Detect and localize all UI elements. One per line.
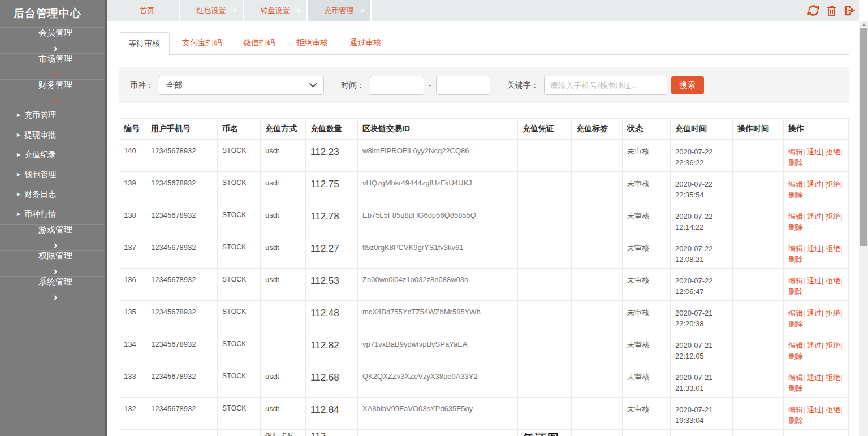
currency-select[interactable]: 全部 (159, 76, 324, 95)
chevron-down-icon (309, 83, 317, 88)
action-reject-link[interactable]: 拒绝 (826, 244, 840, 253)
scrollbar[interactable] (859, 21, 868, 436)
sidebar-subitem-label: 充币管理 (24, 110, 56, 120)
action-edit-link[interactable]: 编辑 (788, 277, 803, 285)
action-reject-link[interactable]: 拒绝 (826, 373, 840, 382)
refresh-icon[interactable] (806, 4, 820, 18)
sidebar-item-coin-market[interactable]: ▶币种行情 (0, 204, 105, 224)
action-delete-link[interactable]: 删除 (788, 416, 803, 425)
action-delete-link[interactable]: 删除 (788, 255, 803, 264)
action-edit-link[interactable]: 编辑 (788, 212, 803, 221)
sidebar-item-finance-logs[interactable]: ▶财务日志 (0, 184, 105, 204)
action-edit-link[interactable]: 编辑 (788, 373, 803, 382)
time-to-input[interactable] (436, 76, 490, 95)
action-edit-link[interactable]: 编辑 (788, 244, 803, 253)
logout-icon[interactable] (843, 4, 856, 18)
close-tab-icon[interactable]: × (232, 6, 237, 15)
cell-voucher (518, 236, 572, 269)
subtab-pending-review[interactable]: 等待审核 (119, 32, 170, 55)
sidebar-item-system-management[interactable]: 系统管理› (0, 276, 105, 302)
action-delete-link[interactable]: 删除 (788, 320, 803, 328)
chevron-right-icon: › (54, 292, 57, 302)
subtab-rejected-review[interactable]: 拒绝审核 (287, 32, 337, 55)
action-approve-link[interactable]: 通过 (807, 373, 822, 382)
tab-coin-recharge[interactable]: 充币管理× (308, 0, 372, 21)
scrollbar-thumb[interactable] (860, 28, 867, 246)
scrollbar-up-icon[interactable] (859, 21, 868, 28)
cell-recharge-time: 2020-07-2212:08:21 (671, 236, 733, 269)
table-row: 13412345678932STOCK112.82vp71vxBaB9ydwfv… (119, 333, 849, 365)
sidebar-item-game-management[interactable]: 游戏管理› (0, 224, 105, 250)
close-tab-icon[interactable]: × (360, 6, 365, 15)
action-reject-link[interactable]: 拒绝 (826, 212, 840, 221)
tab-wheel-settings[interactable]: 转盘设置× (244, 0, 308, 21)
action-edit-link[interactable]: 编辑 (788, 309, 803, 317)
action-approve-link[interactable]: 通过 (807, 405, 822, 414)
sidebar-item-label: 权限管理 (38, 251, 72, 261)
action-reject-link[interactable]: 拒绝 (826, 405, 840, 414)
sidebar-item-member-management[interactable]: 会员管理› (0, 27, 105, 53)
sidebar-item-market-management[interactable]: 市场管理› (0, 53, 105, 79)
action-approve-link[interactable]: 通过 (807, 277, 822, 285)
table-row: 13512345678932STOCK112.48mcX4Bd755YcTZ54… (119, 301, 849, 333)
cell-phone: 12345678932 (146, 365, 218, 398)
action-edit-link[interactable]: 编辑 (788, 405, 803, 414)
cell-voucher (518, 365, 572, 398)
cell-method: usdt (261, 236, 306, 269)
cell-coin: STOCK (218, 398, 261, 430)
table-row: 13712345678932STOCKusdt112.27tl5z0rgK8PC… (119, 236, 849, 269)
action-approve-link[interactable]: 通过 (807, 309, 822, 317)
trash-icon[interactable] (824, 4, 838, 18)
sidebar-item-finance-management[interactable]: 财务管理› (0, 79, 105, 105)
tab-label: 红包设置 (197, 6, 226, 16)
cell-tag (572, 140, 623, 172)
tab-red-packet-settings[interactable]: 红包设置× (180, 0, 244, 21)
cell-phone: 12345678932 (146, 398, 218, 430)
action-approve-link[interactable]: 通过 (807, 148, 822, 156)
cell-status: 未审核 (623, 204, 671, 236)
sidebar-item-permission-management[interactable]: 权限管理› (0, 250, 105, 276)
action-edit-link[interactable]: 编辑 (788, 180, 803, 188)
subtab-wechat-qr[interactable]: 微信扫码 (234, 32, 284, 55)
action-approve-link[interactable]: 通过 (807, 341, 822, 349)
sidebar-item-label: 游戏管理 (38, 225, 72, 235)
action-reject-link[interactable]: 拒绝 (826, 180, 840, 188)
action-delete-link[interactable]: 删除 (788, 158, 803, 167)
sidebar-item-coin-recharge[interactable]: ▶充币管理 (0, 105, 105, 125)
sidebar-item-wallet-management[interactable]: ▶钱包管理 (0, 165, 105, 184)
cell-actions: 编辑| 通过| 拒绝| 删除 (784, 204, 849, 236)
action-reject-link[interactable]: 拒绝 (826, 341, 840, 349)
cell-actions: 编辑| 通过| 拒绝| 删除 (784, 269, 849, 301)
sidebar-item-withdraw-approval[interactable]: ▶提现审批 (0, 125, 105, 145)
action-approve-link[interactable]: 通过 (807, 212, 822, 221)
subtab-approved-review[interactable]: 通过审核 (340, 32, 390, 55)
cell-amount: 112.23 (306, 140, 358, 172)
close-tab-icon[interactable]: × (296, 6, 301, 15)
cell-voucher (518, 172, 572, 204)
sidebar-item-recharge-records[interactable]: ▶充值纪录 (0, 145, 105, 165)
action-delete-link[interactable]: 删除 (788, 384, 803, 392)
tab-home[interactable]: 首页 (116, 0, 180, 21)
action-delete-link[interactable]: 删除 (788, 191, 803, 199)
action-delete-link[interactable]: 删除 (788, 223, 803, 231)
cell-phone: 12345678932 (146, 172, 218, 204)
sidebar-item-label: 市场管理 (38, 54, 72, 64)
keyword-input[interactable] (544, 76, 667, 95)
tab-label: 首页 (140, 6, 155, 16)
action-approve-link[interactable]: 通过 (807, 180, 822, 188)
action-reject-link[interactable]: 拒绝 (826, 148, 840, 156)
cell-phone (146, 430, 218, 436)
cell-op-time (733, 301, 784, 333)
action-reject-link[interactable]: 拒绝 (826, 309, 840, 317)
sidebar-item-label: 财务管理 (38, 80, 72, 90)
action-delete-link[interactable]: 删除 (788, 287, 803, 296)
subtab-alipay-qr[interactable]: 支付宝扫码 (173, 32, 231, 55)
time-from-input[interactable] (370, 76, 424, 95)
action-approve-link[interactable]: 通过 (807, 244, 822, 253)
search-button[interactable]: 搜索 (671, 76, 704, 94)
currency-select-value: 全部 (166, 80, 182, 90)
action-reject-link[interactable]: 拒绝 (826, 277, 840, 285)
action-edit-link[interactable]: 编辑 (788, 341, 803, 349)
action-edit-link[interactable]: 编辑 (788, 148, 803, 156)
action-delete-link[interactable]: 删除 (788, 352, 803, 360)
